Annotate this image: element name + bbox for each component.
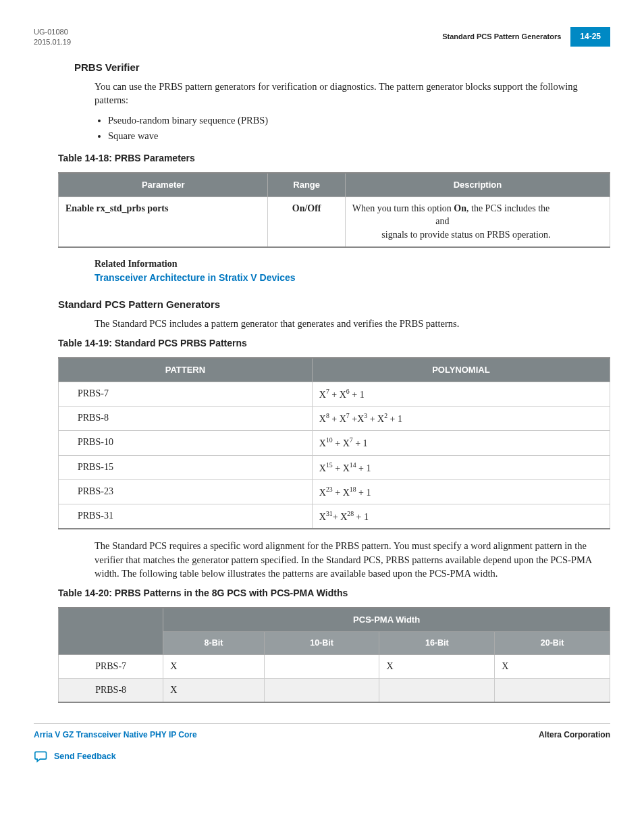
poly-cell: X31+ X28 + 1 (312, 504, 610, 529)
poly-cell: X7 + X6 + 1 (312, 382, 610, 406)
table-row: PRBS-8X8 + X7 +X3 + X2 + 1 (59, 407, 610, 431)
related-information: Related Information Transceiver Architec… (95, 257, 610, 285)
th-spanner: PCS-PMA Width (163, 608, 610, 632)
table-row: PRBS-7X7 + X6 + 1 (59, 382, 610, 406)
page-footer: Arria V GZ Transceiver Native PHY IP Cor… (34, 723, 610, 741)
th-range: Range (268, 173, 345, 197)
table-row: Enable rx_std_prbs ports On/Off When you… (59, 197, 610, 246)
list-item: Pseudo-random binary sequence (PRBS) (108, 113, 610, 127)
th-10bit: 10-Bit (264, 631, 379, 655)
footer-right: Altera Corporation (539, 729, 610, 741)
alignment-note: The Standard PCS requires a specific wor… (95, 539, 610, 580)
cell-range: On/Off (268, 197, 345, 246)
table-row: PRBS-31X31+ X28 + 1 (59, 504, 610, 529)
prbs-verifier-heading: PRBS Verifier (74, 60, 610, 74)
prbs-bullet-list: Pseudo-random binary sequence (PRBS) Squ… (108, 113, 610, 142)
th-20bit: 20-Bit (495, 631, 610, 655)
table-18: Parameter Range Description Enable rx_st… (58, 172, 610, 248)
th-16bit: 16-Bit (379, 631, 495, 655)
th-8bit: 8-Bit (163, 631, 264, 655)
send-feedback-link[interactable]: Send Feedback (34, 750, 610, 763)
th-pattern: PATTERN (59, 358, 313, 382)
feedback-label: Send Feedback (54, 751, 116, 763)
table-20-title: Table 14-20: PRBS Patterns in the 8G PCS… (58, 587, 610, 600)
table-20: PCS-PMA Width 8-Bit 10-Bit 16-Bit 20-Bit… (58, 607, 610, 703)
th-polynomial: POLYNOMIAL (312, 358, 610, 382)
list-item: Square wave (108, 129, 610, 142)
poly-cell: X8 + X7 +X3 + X2 + 1 (312, 407, 610, 431)
table-19-title: Table 14-19: Standard PCS PRBS Patterns (58, 337, 610, 350)
th-parameter: Parameter (59, 173, 268, 197)
table-19: PATTERN POLYNOMIAL PRBS-7X7 + X6 + 1 PRB… (58, 357, 610, 530)
std-pcs-heading: Standard PCS Pattern Generators (58, 297, 610, 311)
page-number-badge: 14-25 (570, 27, 610, 47)
table-row: PRBS-15X15 + X14 + 1 (59, 455, 610, 479)
poly-cell: X10 + X7 + 1 (312, 431, 610, 455)
table-row: PRBS-10X10 + X7 + 1 (59, 431, 610, 455)
page-header: UG-01080 2015.01.19 Standard PCS Pattern… (34, 27, 610, 48)
doc-date: 2015.01.19 (34, 37, 71, 47)
header-right: Standard PCS Pattern Generators 14-25 (442, 27, 610, 47)
feedback-icon (34, 750, 49, 763)
table-row: PRBS-23X23 + X18 + 1 (59, 479, 610, 504)
th-blank (59, 608, 163, 655)
footer-left-link[interactable]: Arria V GZ Transceiver Native PHY IP Cor… (34, 729, 197, 741)
std-pcs-intro: The Standard PCS includes a pattern gene… (95, 317, 610, 330)
poly-cell: X15 + X14 + 1 (312, 455, 610, 479)
prbs-verifier-intro: You can use the PRBS pattern generators … (95, 80, 610, 107)
th-description: Description (345, 173, 610, 197)
table-row: PRBS-8 X (59, 679, 610, 702)
table-row: PRBS-7 X X X (59, 655, 610, 679)
cell-desc: When you turn this option On, the PCS in… (345, 197, 610, 246)
poly-cell: X23 + X18 + 1 (312, 479, 610, 504)
related-link[interactable]: Transceiver Architecture in Stratix V De… (95, 271, 610, 285)
header-left: UG-01080 2015.01.19 (34, 27, 71, 48)
header-title: Standard PCS Pattern Generators (442, 32, 561, 42)
table-18-title: Table 14-18: PRBS Parameters (58, 152, 610, 165)
cell-param: Enable rx_std_prbs ports (59, 197, 268, 246)
related-info-label: Related Information (95, 257, 610, 271)
doc-id: UG-01080 (34, 27, 71, 37)
